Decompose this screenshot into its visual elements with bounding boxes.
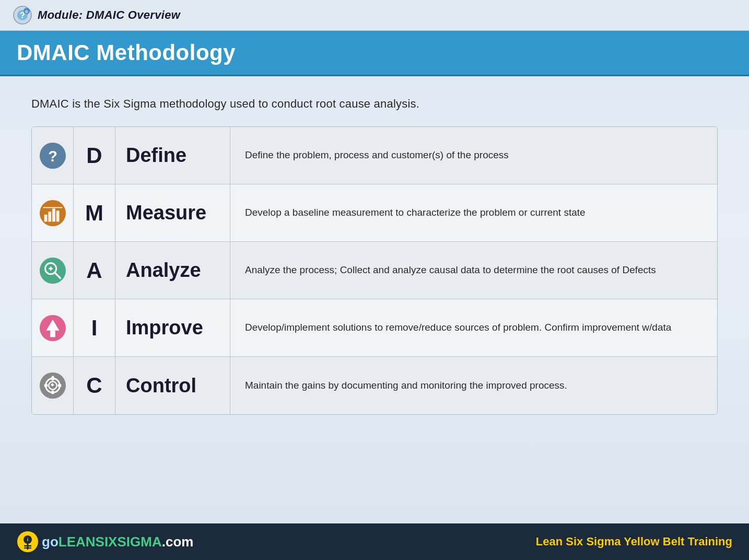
dmaic-row-control: C Control Maintain the gains by document… <box>32 357 717 414</box>
dmaic-row-improve: I Improve Develop/implement solutions to… <box>32 299 717 357</box>
page-wrapper: ? ⊕ Module: DMAIC Overview DMAIC Methodo… <box>0 0 749 560</box>
main-content: DMAIC is the Six Sigma methodology used … <box>0 76 749 523</box>
letter-analyze: A <box>74 242 115 299</box>
svg-rect-26 <box>44 384 48 387</box>
svg-text:?: ? <box>48 147 57 164</box>
icon-cell-measure <box>32 184 74 241</box>
desc-analyze: Analyze the process; Collect and analyze… <box>230 242 717 299</box>
desc-define: Define the problem, process and customer… <box>230 127 717 184</box>
footer-left: i goLEANSIXSIGMA.com <box>17 531 193 553</box>
footer-logo-icon: i <box>17 531 39 553</box>
svg-point-13 <box>39 257 65 283</box>
dmaic-row-analyze: A Analyze Analyze the process; Collect a… <box>32 242 717 299</box>
svg-rect-20 <box>50 330 55 337</box>
letter-define: D <box>74 127 115 184</box>
page-title: DMAIC Methodology <box>17 40 732 65</box>
svg-rect-8 <box>44 214 47 221</box>
desc-control: Maintain the gains by documenting and mo… <box>230 357 717 414</box>
icon-cell-define: ? <box>32 127 74 184</box>
svg-rect-11 <box>56 211 59 221</box>
dmaic-table: ? D Define Define the problem, process a… <box>31 126 718 415</box>
module-title: Module: DMAIC Overview <box>38 8 180 22</box>
desc-improve: Develop/implement solutions to remove/re… <box>230 299 717 356</box>
svg-rect-10 <box>52 208 55 221</box>
icon-cell-analyze <box>32 242 74 299</box>
letter-measure: M <box>74 184 115 241</box>
title-bar: DMAIC Methodology <box>0 31 749 76</box>
footer-brand-text: goLEANSIXSIGMA.com <box>42 534 193 550</box>
letter-control: C <box>74 357 115 414</box>
dmaic-row-measure: M Measure Develop a baseline measurement… <box>32 184 717 242</box>
top-bar-logo-icon: ? ⊕ <box>13 5 32 25</box>
word-improve: Improve <box>115 299 230 356</box>
svg-rect-9 <box>48 212 51 221</box>
icon-cell-improve <box>32 299 74 356</box>
svg-text:⊕: ⊕ <box>25 9 29 14</box>
desc-measure: Develop a baseline measurement to charac… <box>230 184 717 241</box>
word-measure: Measure <box>115 184 230 241</box>
word-analyze: Analyze <box>115 242 230 299</box>
word-control: Control <box>115 357 230 414</box>
icon-cell-control <box>32 357 74 414</box>
footer: i goLEANSIXSIGMA.com Lean Six Sigma Yell… <box>0 523 749 560</box>
svg-text:i: i <box>27 537 29 542</box>
svg-rect-27 <box>57 384 61 387</box>
letter-improve: I <box>74 299 115 356</box>
top-bar: ? ⊕ Module: DMAIC Overview <box>0 0 749 31</box>
word-define: Define <box>115 127 230 184</box>
svg-rect-25 <box>51 391 54 394</box>
dmaic-row-define: ? D Define Define the problem, process a… <box>32 127 717 184</box>
footer-tagline: Lean Six Sigma Yellow Belt Training <box>536 535 732 549</box>
intro-paragraph: DMAIC is the Six Sigma methodology used … <box>31 97 718 111</box>
